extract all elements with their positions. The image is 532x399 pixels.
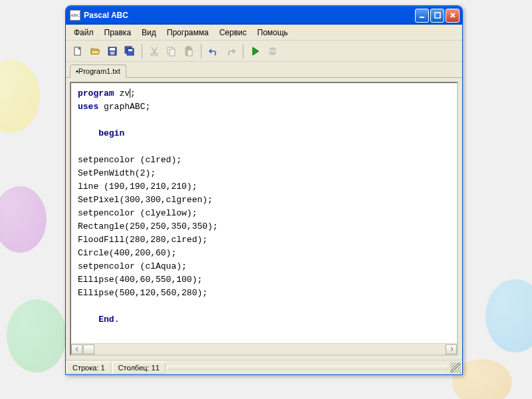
code-body: setpencolor (clred); SetPenWidth(2); lin… xyxy=(78,155,218,298)
svg-point-9 xyxy=(151,53,154,56)
close-icon xyxy=(450,12,456,19)
redo-button xyxy=(223,43,239,59)
paste-button xyxy=(181,43,197,59)
code-text: ; xyxy=(130,88,136,98)
status-spacer xyxy=(167,366,448,370)
tab-program1[interactable]: •Program1.txt xyxy=(70,65,126,78)
svg-rect-4 xyxy=(110,48,115,51)
open-folder-icon xyxy=(90,46,100,57)
chevron-left-icon xyxy=(74,346,80,352)
copy-button xyxy=(164,43,180,59)
code-text: graphABC; xyxy=(98,102,150,112)
chevron-right-icon xyxy=(449,346,454,352)
tab-label: Program1.txt xyxy=(78,67,120,75)
menu-file[interactable]: Файл xyxy=(68,26,99,39)
minimize-button[interactable] xyxy=(415,9,429,23)
svg-rect-15 xyxy=(188,50,192,56)
app-window: ABC Pascal ABC Файл Правка Вид Программа… xyxy=(65,5,463,375)
app-icon: ABC xyxy=(70,10,80,21)
stop-icon: STOP xyxy=(267,46,278,57)
statusbar: Строка: 1 Столбец: 11 xyxy=(66,360,462,374)
save-all-button[interactable] xyxy=(122,43,138,59)
save-icon xyxy=(107,46,118,57)
cut-button xyxy=(146,43,162,59)
status-row-value: 1 xyxy=(101,364,105,372)
keyword-program: program xyxy=(78,88,114,98)
run-icon xyxy=(250,46,261,57)
status-row: Строка: 1 xyxy=(66,362,111,374)
toolbar-separator xyxy=(243,44,243,59)
maximize-button[interactable] xyxy=(430,9,444,23)
text-cursor xyxy=(130,88,130,98)
copy-icon xyxy=(166,46,177,57)
background-balloon xyxy=(0,186,47,253)
menu-program[interactable]: Программа xyxy=(162,26,214,39)
status-col-label: Столбец: xyxy=(118,364,150,372)
editor-area: program zv; uses graphABC; begin setpenc… xyxy=(70,82,458,356)
svg-point-10 xyxy=(155,53,158,56)
titlebar[interactable]: ABC Pascal ABC xyxy=(66,6,462,25)
tabbar: •Program1.txt xyxy=(66,62,462,78)
new-file-button[interactable] xyxy=(70,43,86,59)
svg-rect-14 xyxy=(187,47,190,49)
background-balloon xyxy=(485,279,532,352)
svg-rect-5 xyxy=(110,52,114,55)
horizontal-scrollbar[interactable] xyxy=(71,343,457,354)
code-editor[interactable]: program zv; uses graphABC; begin setpenc… xyxy=(71,83,457,343)
run-button[interactable] xyxy=(247,43,263,59)
status-column: Столбец: 11 xyxy=(112,362,166,374)
save-button[interactable] xyxy=(104,43,120,59)
menu-view[interactable]: Вид xyxy=(136,26,162,39)
undo-icon xyxy=(208,46,219,57)
scroll-thumb[interactable] xyxy=(83,344,94,354)
code-text: . xyxy=(114,315,120,325)
svg-rect-0 xyxy=(420,17,424,18)
toolbar: STOP xyxy=(66,41,462,62)
resize-grip[interactable] xyxy=(450,362,461,373)
menubar: Файл Правка Вид Программа Сервис Помощь xyxy=(66,25,462,41)
save-all-icon xyxy=(124,46,135,57)
redo-icon xyxy=(225,46,236,57)
status-row-label: Строка: xyxy=(72,364,98,372)
keyword-begin: begin xyxy=(98,128,124,138)
scroll-right-button[interactable] xyxy=(446,344,457,354)
menu-help[interactable]: Помощь xyxy=(252,26,293,39)
toolbar-separator xyxy=(201,44,201,59)
background-balloon xyxy=(0,60,40,133)
new-file-icon xyxy=(72,46,83,57)
code-text: zv xyxy=(114,88,130,98)
scroll-left-button[interactable] xyxy=(71,344,82,354)
svg-rect-8 xyxy=(128,49,132,51)
cut-icon xyxy=(149,46,160,57)
undo-button[interactable] xyxy=(205,43,221,59)
keyword-end: End xyxy=(98,315,114,325)
status-col-value: 11 xyxy=(152,364,160,372)
menu-service[interactable]: Сервис xyxy=(214,26,252,39)
stop-button: STOP xyxy=(265,43,281,59)
background-balloon xyxy=(7,299,66,372)
window-title: Pascal ABC xyxy=(84,11,128,20)
paste-icon xyxy=(184,46,194,57)
open-button[interactable] xyxy=(87,43,103,59)
svg-text:STOP: STOP xyxy=(268,49,277,53)
keyword-uses: uses xyxy=(78,102,98,112)
close-button[interactable] xyxy=(446,9,460,23)
menu-edit[interactable]: Правка xyxy=(99,26,137,39)
maximize-icon xyxy=(434,12,441,19)
svg-rect-1 xyxy=(435,13,440,18)
minimize-icon xyxy=(419,12,426,19)
toolbar-separator xyxy=(142,44,142,59)
svg-rect-12 xyxy=(170,49,175,56)
